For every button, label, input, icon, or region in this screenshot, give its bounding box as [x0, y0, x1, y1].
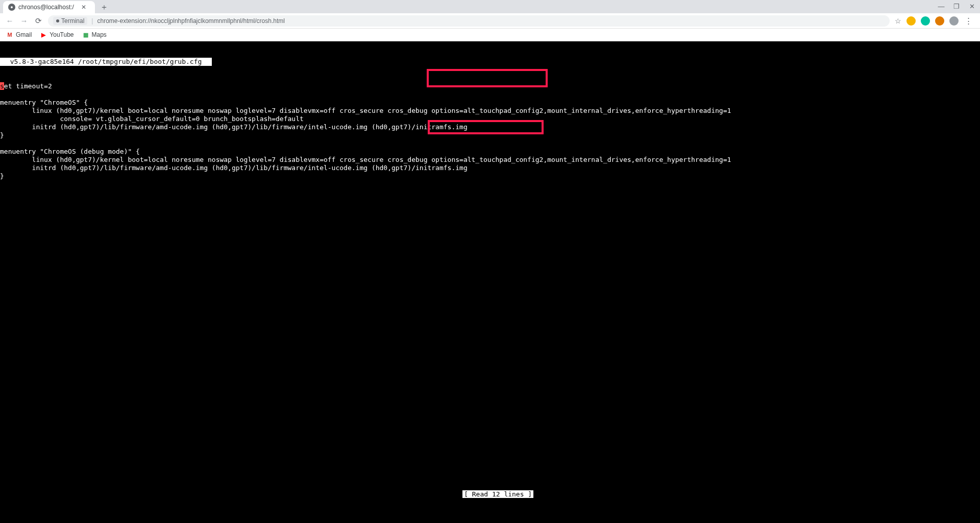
window-controls: — ❐ ✕ [937, 2, 976, 10]
nav-forward-button[interactable]: → [19, 16, 29, 25]
tab-title: chronos@localhost:/ [18, 4, 74, 11]
nano-cursor: s [0, 82, 4, 90]
nano-line [0, 139, 980, 148]
nano-line: } [0, 172, 980, 180]
terminal-area[interactable]: v5.8-3-gac85e164 /root/tmpgrub/efi/boot/… [0, 41, 980, 523]
nano-line: } [0, 131, 980, 139]
bookmark-maps[interactable]: ▦ Maps [82, 31, 107, 38]
extension-icon [56, 19, 59, 22]
window-maximize-button[interactable]: ❐ [952, 2, 961, 10]
omnibox-chip-label: Terminal [61, 17, 84, 25]
browser-menu-button[interactable]: ⋮ [964, 16, 973, 26]
nano-line: linux (hd0,gpt7)/kernel boot=local nores… [0, 156, 980, 164]
extension-icon-1[interactable] [906, 16, 916, 26]
bookmark-star-icon[interactable]: ☆ [895, 17, 901, 25]
tab-close-icon[interactable]: ✕ [81, 4, 86, 11]
extension-icon-4[interactable] [949, 16, 959, 26]
bookmark-label: Maps [92, 31, 107, 38]
nano-status-bar: [ Read 12 lines ] [0, 482, 980, 507]
nano-line: menuentry "ChromeOS (debug mode)" { [0, 148, 980, 156]
nano-line [0, 90, 980, 99]
nano-buffer[interactable]: set timeout=2menuentry "ChromeOS" { linu… [0, 82, 980, 180]
bookmark-label: Gmail [16, 31, 32, 38]
nano-status-text: [ Read 12 lines ] [462, 490, 533, 498]
toolbar-right: ☆ ⋮ [895, 16, 975, 26]
bookmarks-bar: M Gmail ▶ YouTube ▦ Maps [0, 29, 980, 41]
nano-shortcut-bar: ^G Help^O Write Out^W Where Is^K Cut^T E… [0, 507, 980, 523]
window-minimize-button[interactable]: — [937, 2, 945, 10]
nav-reload-button[interactable]: ⟳ [34, 16, 43, 26]
nano-line: initrd (hd0,gpt7)/lib/firmware/amd-ucode… [0, 164, 980, 172]
nano-line: initrd (hd0,gpt7)/lib/firmware/amd-ucode… [0, 123, 980, 131]
bookmark-youtube[interactable]: ▶ YouTube [40, 31, 74, 38]
tab-favicon-icon: ● [8, 4, 15, 11]
omnibox-separator: | [91, 17, 93, 25]
nav-back-button[interactable]: ← [5, 16, 14, 25]
browser-tab-active[interactable]: ● chronos@localhost:/ ✕ [3, 1, 95, 13]
youtube-icon: ▶ [40, 31, 47, 38]
new-tab-button[interactable]: ＋ [98, 1, 110, 13]
nano-line: linux (hd0,gpt7)/kernel boot=local nores… [0, 107, 980, 115]
nano-line: menuentry "ChromeOS" { [0, 99, 980, 107]
window-close-button[interactable]: ✕ [968, 2, 976, 10]
omnibox-url: chrome-extension://nkoccljplnhpfnfiajclk… [97, 17, 284, 25]
omnibox-origin-chip[interactable]: Terminal [53, 17, 87, 25]
nano-title-bar: v5.8-3-gac85e164 /root/tmpgrub/efi/boot/… [0, 58, 212, 66]
nano-line: set timeout=2 [0, 82, 980, 90]
browser-tabstrip: ● chronos@localhost:/ ✕ ＋ — ❐ ✕ [0, 0, 980, 13]
gmail-icon: M [6, 31, 13, 38]
browser-toolbar: ← → ⟳ Terminal | chrome-extension://nkoc… [0, 13, 980, 29]
maps-icon: ▦ [82, 31, 89, 38]
omnibox[interactable]: Terminal | chrome-extension://nkoccljpln… [48, 15, 890, 27]
nano-line: console= vt.global_cursor_default=0 brun… [0, 115, 980, 123]
bookmark-gmail[interactable]: M Gmail [6, 31, 32, 38]
bookmark-label: YouTube [50, 31, 74, 38]
extension-icon-2[interactable] [921, 16, 930, 26]
extension-icon-3[interactable] [935, 16, 944, 26]
